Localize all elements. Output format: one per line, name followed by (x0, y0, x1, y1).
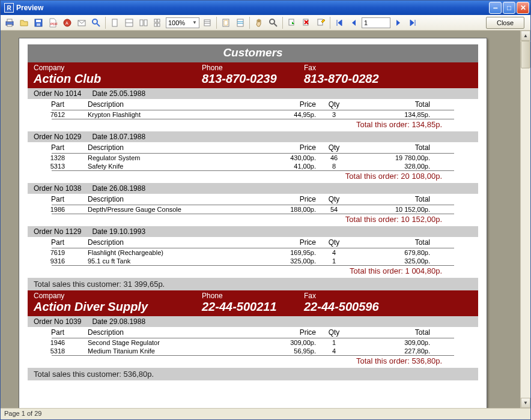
save-button[interactable] (32, 16, 45, 29)
col-part: Part (28, 328, 88, 337)
edit-page-button[interactable] (314, 16, 327, 29)
svg-rect-16 (144, 20, 147, 26)
cell-description: Medium Titanium Knife (88, 347, 238, 355)
preview-canvas: CustomersCompanyPhoneFaxAction Club813-8… (1, 31, 530, 408)
close-preview-button[interactable]: Close (486, 17, 524, 29)
order-no: Order No 1129 (34, 227, 81, 236)
table-row: 7619Flashlight (Rechargeable)169,95р.467… (28, 248, 478, 257)
col-price: Price (238, 195, 316, 203)
two-pages-button[interactable] (137, 16, 150, 29)
cell-total: 19 780,00р. (352, 154, 430, 161)
cell-qty: 4 (316, 347, 352, 355)
cell-total: 309,00р. (352, 339, 430, 346)
zoom-tool-button[interactable] (267, 16, 280, 29)
customer-header-values: Action Club813-870-0239813-870-0282 (34, 72, 472, 86)
cell-part: 1986 (28, 206, 88, 213)
table-row: 931695.1 cu ft Tank325,00р.1325,00р. (28, 257, 478, 265)
order-total: Total this order: 10 152,00р. (28, 214, 478, 226)
page-number-input[interactable] (362, 17, 390, 28)
label-company: Company (34, 292, 202, 300)
page-viewport[interactable]: CustomersCompanyPhoneFaxAction Club813-8… (1, 31, 520, 408)
cell-part: 5313 (28, 163, 88, 170)
col-total: Total (352, 195, 430, 203)
cell-description: 95.1 cu ft Tank (88, 257, 238, 265)
cell-total: 134,85р. (352, 111, 430, 118)
preview-window: R Preview ‒ □ ✕ PDF A 100%▼ (0, 0, 531, 420)
col-part: Part (28, 143, 88, 152)
col-total: Total (352, 238, 430, 247)
col-part: Part (28, 195, 88, 203)
scroll-track[interactable] (521, 41, 530, 398)
margins-button[interactable] (219, 16, 232, 29)
next-page-button[interactable] (392, 16, 405, 29)
prev-page-button[interactable] (347, 16, 360, 29)
col-total: Total (352, 100, 430, 109)
cell-total: 328,00р. (352, 163, 430, 170)
svg-rect-17 (154, 19, 157, 22)
svg-rect-12 (112, 19, 117, 26)
cell-price: 56,95р. (238, 347, 316, 355)
page-setup-button[interactable] (234, 16, 247, 29)
cell-qty: 1 (316, 257, 352, 265)
zoom-menu-button[interactable] (201, 16, 214, 29)
svg-rect-5 (37, 23, 40, 26)
customer-total: Total sales this customer: 31 399,65р. (28, 278, 478, 290)
zoom-combo[interactable]: 100%▼ (166, 17, 199, 28)
find-button[interactable] (90, 16, 103, 29)
col-part: Part (28, 100, 88, 109)
vertical-scrollbar[interactable]: ▲ ▼ (520, 31, 530, 408)
customer-header-values: Action Diver Supply22-44-50021122-44-500… (34, 300, 472, 314)
scroll-thumb[interactable] (521, 41, 530, 68)
last-page-button[interactable] (406, 16, 419, 29)
cell-qty: 3 (316, 111, 352, 118)
hand-tool-button[interactable] (252, 16, 266, 29)
first-page-button[interactable] (333, 16, 346, 29)
minimize-button[interactable]: ‒ (489, 2, 502, 14)
order-total: Total this order: 134,85р. (28, 119, 478, 131)
cell-price: 169,95р. (238, 249, 316, 256)
col-qty: Qty (316, 238, 352, 247)
order-total: Total this order: 1 004,80р. (28, 266, 478, 278)
order-total: Total this order: 20 108,00р. (28, 171, 478, 183)
delete-button[interactable] (300, 16, 313, 29)
cell-part: 1946 (28, 339, 88, 346)
page-status-label: Page 1 of 29 (4, 410, 41, 417)
titlebar: R Preview ‒ □ ✕ (1, 1, 530, 15)
toolbar: PDF A 100%▼ Close (1, 15, 530, 31)
cell-price: 188,00р. (238, 206, 316, 213)
insert-button[interactable] (285, 16, 299, 29)
export-pdf-alt-button[interactable]: A (61, 16, 74, 29)
window-title: Preview (16, 4, 489, 12)
open-button[interactable] (17, 16, 31, 29)
value-phone: 22-44-500211 (202, 300, 304, 314)
table-header: PartDescriptionPriceQtyTotal (28, 142, 478, 153)
table-row: 1986Depth/Pressure Gauge Console188,00р.… (28, 205, 478, 214)
export-pdf-button[interactable]: PDF (46, 16, 59, 29)
scroll-up-button[interactable]: ▲ (521, 31, 530, 41)
value-company: Action Diver Supply (34, 300, 202, 314)
table-header: PartDescriptionPriceQtyTotal (28, 237, 478, 248)
scroll-down-button[interactable]: ▼ (521, 398, 530, 408)
print-button[interactable] (3, 16, 16, 29)
label-phone: Phone (202, 292, 304, 300)
email-button[interactable] (75, 16, 88, 29)
maximize-button[interactable]: □ (503, 2, 515, 14)
page-width-button[interactable] (123, 16, 136, 29)
customer-total: Total sales this customer: 536,80р. (28, 368, 478, 380)
customer-header-labels: CompanyPhoneFax (34, 292, 472, 300)
close-window-button[interactable]: ✕ (517, 2, 529, 14)
order-header: Order No 1029Date 18.07.1988 (28, 131, 478, 142)
whole-page-button[interactable] (108, 16, 121, 29)
order-header: Order No 1039Date 29.08.1988 (28, 316, 478, 327)
app-icon: R (4, 3, 14, 13)
value-company: Action Club (34, 72, 202, 86)
multi-pages-button[interactable] (151, 16, 165, 29)
table-header: PartDescriptionPriceQtyTotal (28, 99, 478, 110)
table-header: PartDescriptionPriceQtyTotal (28, 194, 478, 205)
order-date: Date 29.08.1988 (92, 317, 145, 326)
customer-header-labels: CompanyPhoneFax (34, 64, 472, 72)
zoom-value: 100% (168, 19, 185, 26)
cell-qty: 54 (316, 206, 352, 213)
order-header: Order No 1014Date 25.05.1988 (28, 88, 478, 99)
svg-rect-1 (7, 19, 12, 22)
